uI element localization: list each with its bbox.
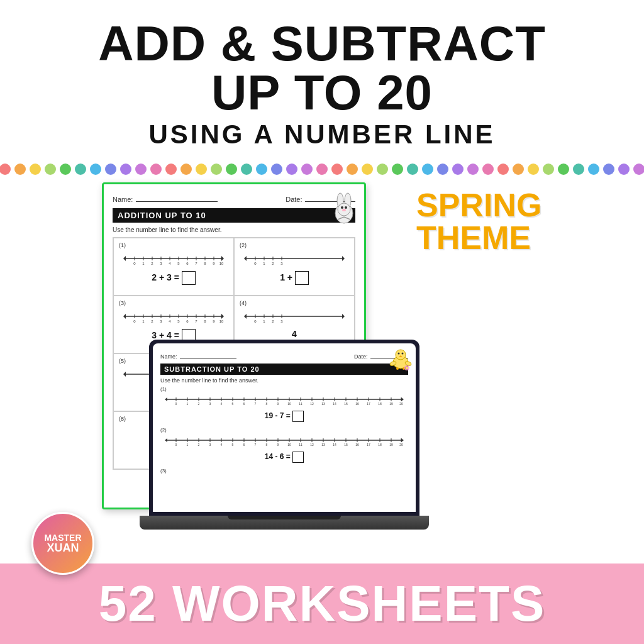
svg-marker-166 (165, 438, 167, 442)
svg-text:18: 18 (378, 402, 382, 406)
title-sub: USING A NUMBER LINE (13, 119, 631, 150)
svg-text:11: 11 (299, 402, 303, 406)
main-container: ADD & SUBTRACT UP TO 20 USING A NUMBER L… (0, 0, 644, 644)
laptop-base-notch (228, 516, 341, 519)
svg-text:9: 9 (213, 262, 215, 265)
svg-marker-10 (123, 256, 126, 261)
svg-point-119 (406, 367, 408, 369)
svg-text:8: 8 (204, 262, 206, 265)
dots-row (0, 156, 644, 182)
dot (226, 164, 237, 175)
content-area: Name: Date: (0, 182, 644, 564)
svg-text:16: 16 (355, 443, 359, 447)
dot (513, 164, 524, 175)
svg-text:9: 9 (277, 443, 279, 447)
ws-header: Name: Date: (113, 193, 355, 204)
svg-text:16: 16 (355, 402, 359, 406)
svg-text:1: 1 (187, 443, 189, 447)
svg-text:2: 2 (272, 319, 274, 323)
svg-text:2: 2 (198, 402, 200, 406)
svg-text:8: 8 (266, 402, 268, 406)
dot (437, 164, 448, 175)
svg-text:2: 2 (151, 262, 153, 265)
svg-marker-82 (123, 372, 126, 377)
dot (558, 164, 569, 175)
dig-problem-3: (3) (160, 468, 408, 474)
dot (211, 164, 222, 175)
dig-problem-1: (1) 0 1 (160, 386, 408, 422)
svg-text:5: 5 (177, 319, 180, 323)
svg-point-5 (345, 206, 347, 209)
dot (603, 164, 614, 175)
svg-text:18: 18 (378, 443, 382, 447)
svg-text:8: 8 (204, 319, 206, 323)
svg-text:7: 7 (195, 319, 197, 323)
svg-text:2: 2 (272, 262, 274, 265)
svg-text:3: 3 (280, 319, 283, 323)
dot (407, 164, 418, 175)
dot (497, 164, 509, 175)
dot (286, 164, 297, 175)
svg-text:13: 13 (321, 402, 325, 406)
svg-text:3: 3 (160, 262, 162, 265)
dot (241, 164, 252, 175)
dot (75, 164, 86, 175)
svg-text:3: 3 (209, 443, 211, 447)
svg-text:15: 15 (344, 402, 348, 406)
svg-text:3: 3 (280, 262, 283, 265)
svg-marker-46 (123, 314, 126, 319)
svg-text:20: 20 (399, 402, 403, 406)
svg-text:20: 20 (399, 443, 403, 447)
svg-text:10: 10 (287, 402, 291, 406)
ws-name-field: Name: (113, 193, 218, 204)
dot (331, 164, 343, 175)
svg-text:17: 17 (367, 443, 370, 447)
svg-text:12: 12 (310, 443, 314, 447)
dot (180, 164, 192, 175)
dot (618, 164, 630, 175)
svg-text:3: 3 (160, 319, 162, 323)
dot (316, 164, 328, 175)
svg-marker-122 (401, 397, 404, 401)
svg-text:2: 2 (151, 319, 153, 323)
svg-text:6: 6 (186, 262, 189, 265)
dot (90, 164, 101, 175)
right-info: SPRING THEME (416, 182, 542, 254)
svg-point-112 (402, 353, 404, 355)
dot (482, 164, 494, 175)
svg-marker-72 (342, 314, 345, 319)
svg-text:7: 7 (255, 402, 257, 406)
ws-instruction: Use the number line to find the answer. (113, 226, 355, 233)
svg-text:7: 7 (195, 262, 197, 265)
svg-text:13: 13 (321, 443, 325, 447)
svg-marker-167 (401, 438, 404, 442)
dot (60, 164, 71, 175)
svg-text:17: 17 (367, 402, 370, 406)
dot (14, 164, 26, 175)
svg-text:1: 1 (142, 319, 145, 323)
svg-text:1: 1 (263, 319, 265, 323)
svg-text:0: 0 (254, 319, 257, 323)
svg-marker-71 (244, 314, 247, 319)
ws-title-bar: ADDITION UP TO 10 (113, 208, 355, 223)
master-badge: MASTER XUAN (31, 512, 94, 575)
dot (256, 164, 267, 175)
worksheets-count: 52 WORKSHEETS (0, 575, 644, 633)
dot (467, 164, 479, 175)
title-section: ADD & SUBTRACT UP TO 20 USING A NUMBER L… (0, 0, 644, 156)
dot (45, 164, 56, 175)
dot (196, 164, 207, 175)
dot (120, 164, 131, 175)
laptop-screen-inner: Name: Date: (153, 343, 416, 512)
dot (105, 164, 116, 175)
svg-text:0: 0 (133, 319, 136, 323)
svg-text:4: 4 (221, 402, 223, 406)
title-main: ADD & SUBTRACT UP TO 20 (13, 19, 631, 117)
svg-text:5: 5 (232, 402, 234, 406)
dot (271, 164, 282, 175)
svg-point-111 (398, 353, 400, 355)
svg-text:14: 14 (333, 402, 336, 406)
svg-text:10: 10 (219, 319, 224, 323)
dot (392, 164, 403, 175)
svg-text:15: 15 (344, 443, 348, 447)
